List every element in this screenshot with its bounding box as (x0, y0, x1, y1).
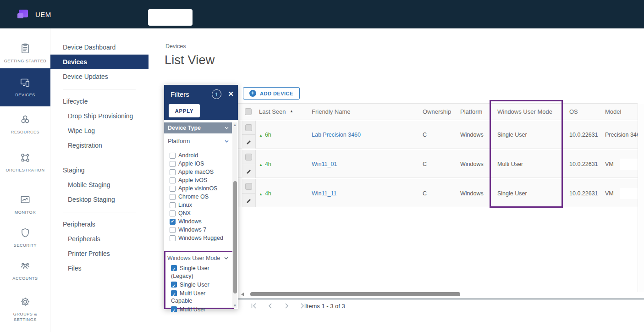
sort-ascending-icon[interactable]: ▲ (290, 109, 293, 113)
checkbox-apple-tvos[interactable]: Apple tvOS (170, 176, 232, 184)
subnav-item-peripherals[interactable]: Peripherals (50, 232, 149, 246)
row-actions (242, 179, 256, 207)
divider (63, 89, 136, 89)
row-checkbox[interactable] (245, 124, 252, 131)
edit-pencil-icon[interactable] (242, 135, 255, 149)
select-all-checkbox[interactable] (245, 108, 252, 115)
checkbox-multi-user-capable[interactable]: Multi User Capable (171, 290, 227, 305)
windows-user-mode-value: Single User (497, 190, 527, 197)
vertical-scrollbar-track[interactable] (638, 104, 644, 292)
os-value: 10.0.22631 (569, 161, 598, 167)
device-type-dropdown[interactable]: Device Type (164, 122, 232, 133)
column-header-model[interactable]: Model (605, 108, 621, 115)
subnav-item-drop-ship-provisioning[interactable]: Drop Ship Provisioning (50, 109, 149, 123)
subnav-section-peripherals[interactable]: Peripherals (50, 217, 149, 232)
checkbox-qnx[interactable]: QNX (170, 209, 232, 217)
horizontal-scrollbar[interactable] (240, 292, 644, 297)
checkbox-windows-rugged[interactable]: Windows Rugged (170, 234, 232, 242)
first-page-icon[interactable] (251, 303, 257, 309)
platform-dropdown[interactable]: Platform (164, 135, 232, 147)
last-seen-value: ▲4h (259, 190, 271, 197)
rail-item-getting-started[interactable]: GETTING STARTED (0, 39, 50, 67)
close-icon[interactable]: ✕ (228, 90, 234, 98)
next-page-icon[interactable] (285, 303, 289, 309)
main-content: Devices List View Filters 1 ✕ APPLY Devi… (149, 28, 644, 332)
subnav-section-lifecycle[interactable]: Lifecycle (50, 94, 149, 109)
rail-item-label: GROUPS & SETTINGS (9, 311, 41, 322)
column-header-ownership[interactable]: Ownership (423, 108, 451, 115)
table-row[interactable]: ▲6h Lab Precision 3460 C Windows Single … (238, 121, 638, 149)
breadcrumb[interactable]: Devices (165, 43, 186, 50)
checkbox-android[interactable]: Android (170, 151, 232, 160)
filters-scrollbar[interactable]: ▲ ▼ (232, 122, 237, 308)
checkbox (170, 161, 176, 167)
green-up-triangle-icon: ▲ (259, 133, 263, 138)
items-count-label: Items 1 - 3 of 3 (305, 303, 345, 310)
cubes-icon (19, 114, 31, 126)
row-checkbox[interactable] (245, 154, 252, 160)
rail-item-accounts[interactable]: ACCOUNTS (0, 256, 50, 286)
platform-value: Windows (460, 190, 484, 197)
rail-item-resources[interactable]: RESOURCES (0, 110, 50, 138)
chart-icon (19, 194, 31, 206)
rail-item-label: ORCHESTRATION (6, 167, 44, 173)
apply-button[interactable]: APPLY (169, 104, 200, 117)
checkbox-single-user[interactable]: Single User (171, 281, 227, 289)
subnav-item-files[interactable]: Files (50, 261, 149, 276)
checkbox-single-user-legacy[interactable]: Single User (Legacy) (171, 265, 227, 280)
subnav-item-desktop-staging[interactable]: Desktop Staging (50, 192, 149, 207)
people-icon (19, 260, 31, 272)
subnav-item-mobile-staging[interactable]: Mobile Staging (50, 177, 149, 192)
windows-user-mode-dropdown[interactable]: Windows User Mode (167, 254, 233, 263)
checkbox-chrome-os[interactable]: Chrome OS (170, 193, 232, 201)
table-row[interactable]: ▲4h Win11_11 C Windows Single User 10.0.… (238, 179, 638, 208)
top-bar: UEM (0, 0, 644, 28)
checkbox-apple-ios[interactable]: Apple iOS (170, 160, 232, 168)
column-header-last-seen[interactable]: Last Seen (259, 108, 286, 115)
scrollbar-thumb[interactable] (250, 292, 460, 296)
scrollbar-thumb[interactable] (233, 181, 237, 293)
scroll-left-icon[interactable] (241, 293, 244, 296)
friendly-name-link[interactable]: Lab Precision 3460 (312, 132, 361, 138)
edit-pencil-icon[interactable] (242, 194, 255, 208)
rail-item-devices[interactable]: DEVICES (0, 68, 50, 106)
friendly-name-link[interactable]: Win11_01 (312, 161, 337, 167)
checkbox-linux[interactable]: Linux (170, 201, 232, 209)
subnav-item-devices[interactable]: Devices (50, 55, 149, 69)
column-header-os[interactable]: OS (569, 108, 578, 115)
column-header-windows-user-mode[interactable]: Windows User Mode (497, 108, 552, 115)
table-row[interactable]: ▲4h Win11_01 C Windows Multi User 10.0.2… (238, 150, 638, 179)
subnav-item-printer-profiles[interactable]: Printer Profiles (50, 246, 149, 261)
subnav-section-staging[interactable]: Staging (50, 163, 149, 177)
ownership-value: C (423, 161, 427, 167)
rail-item-monitor[interactable]: MONITOR (0, 190, 50, 219)
checkbox-apple-visionos[interactable]: Apple visionOS (170, 184, 232, 193)
checkbox-multi-user[interactable]: Multi User (171, 306, 227, 314)
checkbox-windows[interactable]: Windows (170, 217, 232, 226)
checkbox (170, 153, 176, 159)
friendly-name-link[interactable]: Win11_11 (312, 190, 336, 197)
scroll-up-icon[interactable]: ▲ (232, 123, 237, 127)
checkbox-apple-macos[interactable]: Apple macOS (170, 168, 232, 176)
column-header-friendly-name[interactable]: Friendly Name (312, 108, 351, 115)
column-header-platform[interactable]: Platform (460, 108, 482, 115)
checkbox-checked (170, 219, 176, 225)
rail-item-security[interactable]: SECURITY (0, 223, 50, 252)
subnav-item-wipe-log[interactable]: Wipe Log (50, 123, 149, 138)
scroll-down-icon[interactable]: ▼ (232, 304, 237, 308)
windows-user-mode-filter-highlight: Windows User Mode Single User (Legacy) S… (164, 251, 234, 309)
checkbox (170, 169, 176, 175)
edit-pencil-icon[interactable] (242, 164, 255, 178)
uem-logo (17, 9, 29, 20)
subnav-item-registration[interactable]: Registration (50, 138, 149, 153)
row-checkbox[interactable] (245, 183, 252, 190)
previous-page-icon[interactable] (268, 303, 272, 309)
rail-item-orchestration[interactable]: ORCHESTRATION (0, 147, 50, 178)
checkbox (170, 194, 176, 200)
subnav-item-device-updates[interactable]: Device Updates (50, 69, 149, 84)
os-value: 10.0.22631 (569, 190, 598, 197)
checkbox-windows-7[interactable]: Windows 7 (170, 226, 232, 234)
rail-item-groups-settings[interactable]: GROUPS & SETTINGS (0, 291, 50, 327)
add-device-button[interactable]: + ADD DEVICE (243, 87, 300, 100)
subnav-item-device-dashboard[interactable]: Device Dashboard (50, 40, 149, 55)
